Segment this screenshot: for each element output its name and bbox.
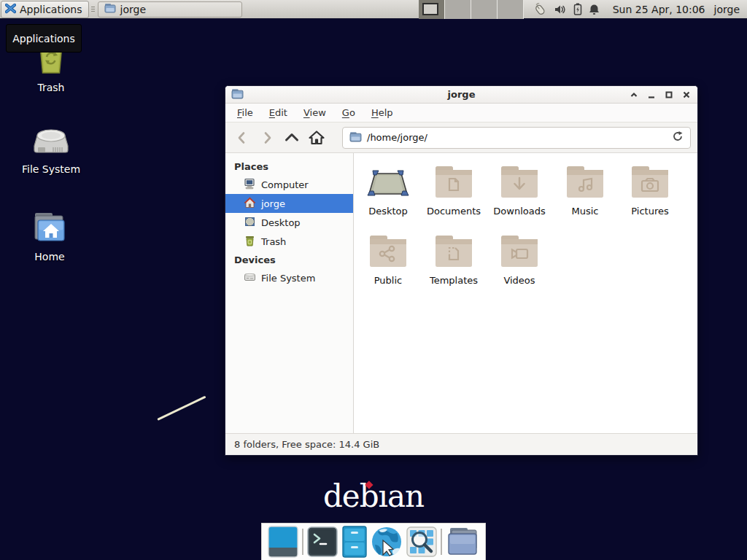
menu-go[interactable]: Go — [335, 105, 363, 120]
documents-folder-icon — [421, 162, 487, 200]
path-input[interactable]: /home/jorge/ — [367, 132, 667, 143]
file-item-videos[interactable]: Videos — [487, 231, 552, 295]
desktop-icon-home[interactable]: Home — [9, 210, 90, 262]
applications-tooltip: Applications — [6, 24, 82, 52]
show-desktop-button[interactable] — [268, 526, 298, 558]
dock-separator — [441, 529, 442, 555]
computer-icon — [244, 178, 256, 192]
dock — [261, 523, 486, 560]
file-item-templates[interactable]: Templates — [421, 231, 487, 295]
file-item-label: Videos — [487, 275, 552, 286]
web-browser-button[interactable] — [371, 526, 403, 558]
taskbar-window-button[interactable]: jorge — [98, 1, 242, 18]
up-button[interactable] — [279, 127, 304, 149]
home-button[interactable] — [304, 127, 329, 149]
workspace-2[interactable] — [445, 0, 471, 19]
file-manager-button[interactable] — [341, 526, 368, 558]
sidebar-item-label: Trash — [261, 236, 286, 247]
debian-logo: debıan — [323, 481, 424, 512]
workspace-1[interactable] — [419, 0, 445, 19]
sidebar-item-file-system[interactable]: File System — [225, 268, 353, 287]
menu-edit[interactable]: Edit — [262, 105, 295, 120]
pictures-folder-icon — [617, 162, 683, 200]
terminal-button[interactable] — [307, 526, 338, 557]
window-title: jorge — [225, 89, 697, 100]
notifications-bell-icon[interactable] — [589, 4, 600, 15]
window-titlebar[interactable]: jorge — [225, 86, 697, 104]
applications-menu-button[interactable]: Applications — [1, 1, 89, 18]
desktop-icon — [244, 216, 256, 230]
battery-icon[interactable] — [573, 3, 582, 15]
sidebar-item-label: Computer — [261, 179, 309, 190]
workspace-3[interactable] — [471, 0, 498, 19]
statusbar-text: 8 folders, Free space: 14.4 GiB — [234, 439, 379, 450]
applications-tooltip-text: Applications — [12, 33, 75, 44]
panel-handle[interactable] — [90, 3, 96, 16]
desktop-icon-file-system[interactable]: File System — [11, 122, 91, 175]
workspace-4[interactable] — [498, 0, 524, 19]
path-folder-icon — [349, 131, 362, 144]
dock-separator — [302, 529, 303, 555]
sidebar-item-label: Desktop — [261, 217, 301, 228]
xfce-logo-icon — [5, 3, 16, 16]
workspace-switcher — [419, 0, 524, 19]
sidebar: Places Computer jorge Desktop — [225, 153, 354, 433]
file-item-music[interactable]: Music — [552, 162, 618, 226]
home-folder-icon — [9, 210, 90, 246]
file-item-desktop[interactable]: Desktop — [355, 162, 421, 226]
sidebar-item-label: File System — [261, 273, 315, 284]
home-icon — [244, 197, 256, 211]
volume-icon[interactable] — [554, 4, 567, 15]
menu-file[interactable]: File — [230, 105, 260, 120]
file-item-label: Pictures — [617, 206, 683, 217]
path-bar[interactable]: /home/jorge/ — [342, 127, 691, 149]
shade-button[interactable] — [629, 90, 639, 100]
desktop-icon-label: Home — [9, 251, 90, 262]
panel-clock[interactable]: Sun 25 Apr, 10:06 — [607, 4, 711, 15]
file-item-label: Public — [355, 275, 421, 286]
back-button[interactable] — [230, 127, 255, 149]
file-item-public[interactable]: Public — [355, 231, 421, 295]
maximize-button[interactable] — [664, 90, 674, 100]
file-item-downloads[interactable]: Downloads — [487, 162, 552, 226]
downloads-folder-icon — [487, 162, 552, 200]
file-item-label: Desktop — [355, 206, 421, 217]
file-item-label: Documents — [421, 206, 487, 217]
menu-help[interactable]: Help — [364, 105, 400, 120]
videos-folder-icon — [487, 231, 552, 269]
folder-shortcut-button[interactable] — [446, 526, 479, 557]
panel-username[interactable]: jorge — [711, 4, 747, 15]
debian-logo-text: an — [387, 478, 424, 514]
sidebar-item-computer[interactable]: Computer — [225, 175, 353, 194]
sidebar-header-places: Places — [225, 158, 353, 175]
statusbar: 8 folders, Free space: 14.4 GiB — [225, 433, 697, 455]
close-button[interactable] — [681, 90, 692, 100]
application-finder-button[interactable] — [406, 526, 437, 557]
drive-icon — [244, 271, 256, 285]
reload-icon[interactable] — [672, 131, 684, 144]
forward-button[interactable] — [255, 127, 279, 149]
debian-logo-text: ı — [379, 478, 387, 514]
minimize-button[interactable] — [646, 90, 657, 100]
hard-drive-icon — [11, 122, 91, 159]
menu-view[interactable]: View — [296, 105, 333, 120]
file-view[interactable]: Desktop Documents — [354, 153, 697, 433]
desktop-special-icon — [355, 162, 421, 200]
music-folder-icon — [552, 162, 618, 200]
sidebar-item-label: jorge — [261, 198, 285, 209]
mouse-settings-icon[interactable] — [533, 3, 547, 16]
top-panel: Applications jorge Sun 25 Apr, 10:06 jor… — [0, 0, 747, 19]
templates-folder-icon — [421, 231, 487, 269]
public-folder-icon — [355, 231, 421, 269]
folder-icon — [104, 3, 116, 15]
file-item-documents[interactable]: Documents — [421, 162, 487, 226]
desktop-icon-label: Trash — [11, 82, 91, 93]
sidebar-header-devices: Devices — [225, 251, 353, 268]
file-item-label: Templates — [421, 275, 487, 286]
sidebar-item-trash[interactable]: Trash — [225, 232, 353, 251]
file-manager-window: jorge File Edit View Go Help — [225, 85, 698, 456]
file-item-pictures[interactable]: Pictures — [617, 162, 683, 226]
cursor-trail-artifact — [157, 396, 206, 421]
sidebar-item-jorge[interactable]: jorge — [225, 194, 353, 213]
sidebar-item-desktop[interactable]: Desktop — [225, 213, 353, 232]
